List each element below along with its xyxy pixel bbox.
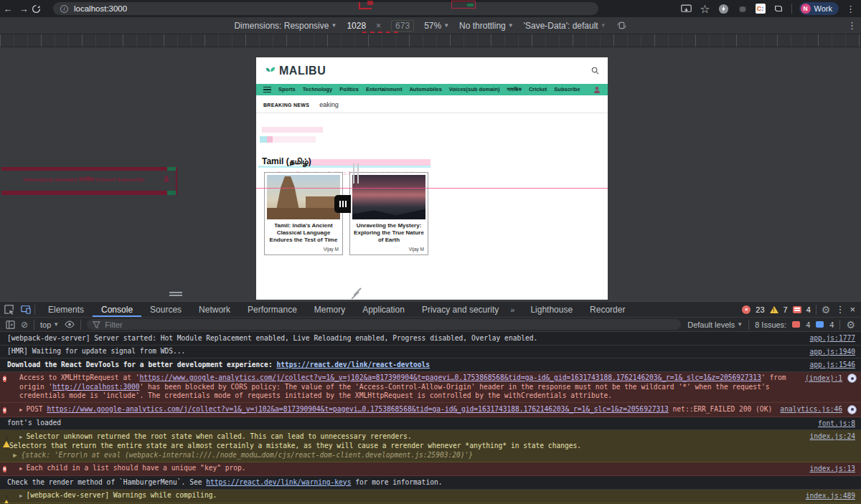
hamburger-menu-icon[interactable] bbox=[263, 87, 271, 93]
console-context-select[interactable]: top▼ bbox=[40, 320, 59, 329]
tab-network[interactable]: Network bbox=[190, 302, 239, 317]
error-count-icon[interactable]: × bbox=[742, 305, 751, 314]
console-row: ×▶POST https://www.google-analytics.com/… bbox=[0, 403, 861, 417]
console-link[interactable]: https://react.dev/link/react-devtools bbox=[276, 361, 430, 369]
bookmark-star-icon[interactable]: ☆ bbox=[700, 3, 711, 14]
clear-console-icon[interactable]: ⊘ bbox=[21, 320, 28, 330]
side-widget-button[interactable] bbox=[334, 195, 351, 213]
console-link[interactable]: http://localhost:3000 bbox=[52, 383, 139, 391]
issues-icon[interactable] bbox=[793, 306, 801, 313]
resize-grip[interactable] bbox=[351, 288, 361, 298]
source-link[interactable]: index.js:13 bbox=[809, 465, 855, 474]
source-link[interactable]: font.js:8 bbox=[818, 419, 855, 429]
rotate-icon[interactable] bbox=[616, 21, 627, 30]
cast-icon[interactable] bbox=[681, 3, 692, 14]
site-info-icon[interactable]: i bbox=[60, 5, 68, 13]
log-levels-select[interactable]: Default levels▼ bbox=[687, 320, 743, 329]
url-text[interactable]: localhost:3000 bbox=[74, 4, 127, 13]
url-bar[interactable]: i localhost:3000 bbox=[53, 2, 598, 15]
user-icon[interactable] bbox=[593, 86, 601, 94]
issues-blue-icon[interactable] bbox=[816, 321, 824, 328]
expand-icon[interactable]: ▶ bbox=[19, 434, 23, 440]
source-link[interactable]: app.js:1777 bbox=[809, 334, 855, 343]
page-scrollbar[interactable] bbox=[353, 163, 359, 184]
eye-icon[interactable] bbox=[65, 320, 75, 328]
console-settings-icon[interactable]: ⚙ bbox=[846, 319, 855, 331]
more-tabs-chevron[interactable]: » bbox=[507, 305, 517, 314]
story-card[interactable]: Tamil: India's Ancient Classical Languag… bbox=[264, 172, 343, 255]
warning-count[interactable]: 7 bbox=[784, 305, 788, 314]
tab-sources[interactable]: Sources bbox=[141, 302, 190, 317]
expand-icon[interactable]: ▶ bbox=[19, 406, 23, 413]
tab-performance[interactable]: Performance bbox=[239, 302, 306, 317]
height-input[interactable]: 673 bbox=[391, 20, 414, 32]
console-link[interactable]: https://www.google-analytics.com/j/colle… bbox=[47, 405, 668, 413]
extension-badge-icon[interactable] bbox=[847, 374, 857, 383]
device-dimensions-select[interactable]: Dimensions: Responsive▼ bbox=[234, 21, 337, 31]
extension-bug-icon[interactable] bbox=[737, 3, 748, 14]
nav-item-entertainment[interactable]: Entertainment bbox=[366, 86, 402, 93]
console-row: [webpack-dev-server] Server started: Hot… bbox=[0, 332, 861, 346]
tab-elements[interactable]: Elements bbox=[39, 302, 93, 317]
profile-chip[interactable]: N Work bbox=[799, 2, 839, 15]
console-sidebar-icon[interactable] bbox=[6, 320, 15, 329]
nav-item--[interactable]: সামাজিক bbox=[507, 86, 522, 93]
devtools-settings-icon[interactable]: ⚙ bbox=[822, 304, 831, 315]
extension-box-icon[interactable] bbox=[773, 3, 784, 14]
browser-menu-button[interactable]: ⋮ bbox=[846, 4, 855, 14]
zoom-select[interactable]: 57%▼ bbox=[424, 21, 449, 31]
story-card[interactable]: Unraveling the Mystery: Exploring the Tr… bbox=[349, 172, 428, 255]
issue-count[interactable]: 4 bbox=[806, 305, 811, 314]
source-link[interactable]: (index):1 bbox=[805, 374, 842, 384]
width-input[interactable]: 1028 bbox=[347, 21, 366, 31]
tab-application[interactable]: Application bbox=[354, 302, 413, 317]
throttling-select[interactable]: No throttling▼ bbox=[459, 21, 514, 31]
brand-logo[interactable]: MALIBU bbox=[265, 65, 326, 77]
issues-blue-count[interactable]: 4 bbox=[829, 320, 834, 329]
search-icon[interactable] bbox=[591, 67, 599, 75]
source-link[interactable]: app.js:1940 bbox=[809, 348, 855, 357]
issues-red-count[interactable]: 4 bbox=[806, 320, 810, 329]
console-message: Check the render method of `HamburgerMen… bbox=[7, 478, 792, 488]
nav-item-technology[interactable]: Technology bbox=[303, 86, 333, 93]
device-toolbar-icon[interactable] bbox=[17, 305, 34, 315]
issues-red-icon[interactable] bbox=[792, 321, 800, 328]
error-count[interactable]: 23 bbox=[756, 305, 764, 314]
extension-colorzilla-icon[interactable]: C: bbox=[756, 4, 766, 14]
tab-recorder[interactable]: Recorder bbox=[581, 302, 634, 317]
tab-memory[interactable]: Memory bbox=[306, 302, 354, 317]
tab-privacy-and-security[interactable]: Privacy and security bbox=[413, 302, 507, 317]
nav-item-politics[interactable]: Politics bbox=[339, 86, 359, 93]
expand-icon[interactable]: ▶ bbox=[19, 465, 23, 472]
save-data-select[interactable]: 'Save-Data': default▼ bbox=[524, 21, 606, 31]
tab-lighthouse[interactable]: Lighthouse bbox=[522, 302, 581, 317]
source-link[interactable]: index.js:24 bbox=[809, 432, 855, 442]
filter-placeholder: Filter bbox=[105, 320, 122, 329]
expand-icon[interactable]: ▶ bbox=[19, 493, 23, 499]
console-link[interactable]: https://react.dev/link/warning-keys bbox=[206, 478, 351, 486]
nav-item-voices-sub-domain-[interactable]: Voices(sub domain) bbox=[449, 86, 500, 93]
extension-badge-icon[interactable] bbox=[847, 405, 857, 414]
console-row: Check the render method of `HamburgerMen… bbox=[0, 476, 861, 490]
issues-summary-label[interactable]: 8 Issues: bbox=[755, 320, 786, 329]
source-link[interactable]: analytics.js:46 bbox=[780, 405, 842, 414]
source-link[interactable]: index.js:489 bbox=[806, 492, 855, 501]
close-devtools-button[interactable]: × bbox=[850, 304, 855, 315]
console-link[interactable]: https://www.google-analytics.com/j/colle… bbox=[140, 374, 761, 381]
devicebar-menu-button[interactable]: ⋮ bbox=[847, 20, 857, 31]
nav-item-sports[interactable]: Sports bbox=[278, 86, 296, 93]
tab-console[interactable]: Console bbox=[93, 302, 141, 317]
extension-lightning-icon[interactable] bbox=[718, 3, 730, 14]
forward-button[interactable]: → bbox=[16, 4, 32, 14]
source-link[interactable]: app.js:1546 bbox=[809, 361, 855, 370]
back-button[interactable]: ← bbox=[0, 4, 16, 14]
nav-item-subscribe[interactable]: Subscribe bbox=[554, 86, 580, 93]
warning-count-icon[interactable]: ! bbox=[770, 306, 778, 313]
devtools-menu-button[interactable]: ⋮ bbox=[835, 304, 844, 315]
devtools-drag-handle[interactable] bbox=[169, 292, 182, 298]
reload-button[interactable] bbox=[32, 4, 47, 14]
nav-item-cricket[interactable]: Cricket bbox=[529, 86, 547, 93]
inspect-element-icon[interactable] bbox=[0, 304, 17, 315]
nav-item-automobiles[interactable]: Automobiles bbox=[409, 86, 441, 93]
console-filter-input[interactable]: Filter bbox=[87, 319, 681, 330]
